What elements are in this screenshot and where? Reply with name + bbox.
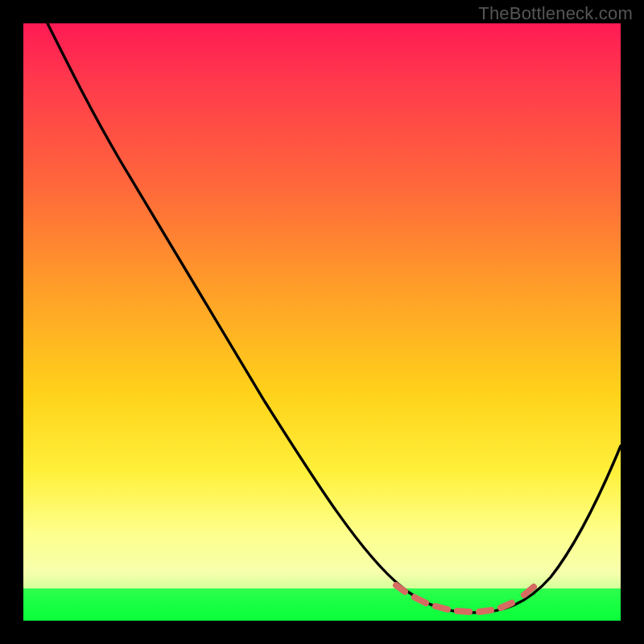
svg-line-1 (415, 597, 426, 603)
bottleneck-curve-path (47, 23, 621, 613)
bottleneck-curve-svg (23, 23, 621, 621)
chart-frame: TheBottleneck.com (0, 0, 644, 644)
svg-line-5 (501, 603, 512, 608)
svg-line-4 (479, 610, 491, 612)
svg-line-2 (436, 606, 448, 609)
svg-line-3 (457, 611, 469, 612)
watermark-text: TheBottleneck.com (478, 3, 633, 24)
plot-area (23, 23, 621, 621)
svg-line-0 (396, 585, 405, 592)
optimal-range-markers (396, 585, 534, 612)
